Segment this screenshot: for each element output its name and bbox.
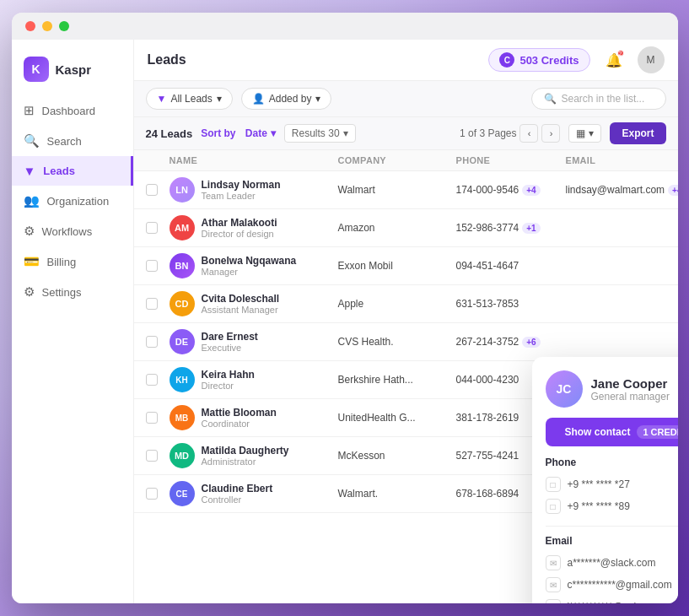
show-contact-button[interactable]: Show contact 1 CREDIT © <box>546 418 678 446</box>
person-icon: 👤 <box>252 93 265 105</box>
table-row[interactable]: LN Lindsay Norman Team Leader Walmart 17… <box>134 171 678 209</box>
sidebar-item-workflows[interactable]: ⚙ Workflows <box>12 216 133 246</box>
sort-chevron-icon: ▾ <box>271 127 276 139</box>
email-icon: ✉ <box>546 599 561 603</box>
avatar: CE <box>170 481 195 506</box>
search-box[interactable]: 🔍 Search in the list... <box>531 88 666 110</box>
phone-cell: 267-214-3752 +6 <box>456 336 566 348</box>
person-name: Athar Malakooti <box>202 217 277 229</box>
sidebar-item-search[interactable]: 🔍 Search <box>12 126 133 156</box>
leads-count: 24 Leads <box>146 127 193 140</box>
sidebar-item-organization[interactable]: 👥 Organization <box>12 186 133 216</box>
company-cell: Berkshire Hath... <box>338 374 456 386</box>
popup-email-item: ✉ j***********@yahoo.com <box>546 596 678 603</box>
kaspr-logo-icon: K <box>24 57 49 82</box>
avatar: LN <box>170 177 195 203</box>
credits-icon: C <box>499 52 514 68</box>
added-by-label: Added by <box>269 93 312 105</box>
sidebar-item-billing[interactable]: 💳 Billing <box>12 246 133 277</box>
pages-nav: 1 of 3 Pages ‹ › <box>460 124 560 143</box>
table-row[interactable]: DE Dare Ernest Executive CVS Health. 267… <box>134 323 678 361</box>
sort-field: Date <box>245 127 267 139</box>
notifications-button[interactable]: 🔔 2 <box>600 46 627 73</box>
email-cell: lindsay@walmart.com +4 <box>566 184 678 196</box>
table-row[interactable]: AM Athar Malakooti Director of design Am… <box>134 209 678 247</box>
company-cell: McKesson <box>338 450 456 462</box>
grid-view-icon: ▦ <box>576 127 585 139</box>
person-name: Cvita Doleschall <box>202 293 280 305</box>
credits-badge[interactable]: C 503 Credits <box>488 48 589 72</box>
table-row[interactable]: CD Cvita Doleschall Assistant Manager Ap… <box>134 285 678 323</box>
person-role: Controller <box>202 494 273 505</box>
prev-page-button[interactable]: ‹ <box>519 124 538 143</box>
person-role: Director of design <box>202 229 277 239</box>
search-icon: 🔍 <box>24 133 40 149</box>
person-role: Director <box>202 381 255 391</box>
traffic-light-red[interactable] <box>25 21 35 31</box>
traffic-light-yellow[interactable] <box>42 21 52 31</box>
app-window: K Kaspr ⊞ Dashboard 🔍 Search ▼ Leads 👥 O… <box>12 13 678 603</box>
sort-prefix: Sort by <box>201 127 235 139</box>
company-cell: Exxon Mobil <box>338 260 456 272</box>
credit-label: 1 CREDIT <box>643 427 677 437</box>
all-leads-filter[interactable]: ▼ All Leads ▾ <box>146 88 233 110</box>
credits-label: 503 Credits <box>519 54 579 67</box>
row-checkbox[interactable] <box>146 222 158 234</box>
company-cell: Amazon <box>338 222 456 234</box>
popup-avatar: JC <box>546 370 583 408</box>
added-by-chevron-icon: ▾ <box>315 93 320 105</box>
popup-role: General manager <box>591 391 670 403</box>
company-cell: CVS Health. <box>338 336 456 348</box>
sort-button[interactable]: Sort by Date ▾ <box>201 127 276 139</box>
all-leads-label: All Leads <box>170 93 212 105</box>
phone-cell: 631-513-7853 <box>456 298 566 310</box>
popup-name: Jane Cooper <box>591 376 670 391</box>
sidebar-label-billing: Billing <box>47 256 77 268</box>
row-checkbox[interactable] <box>146 374 158 386</box>
workflow-icon: ⚙ <box>24 224 35 239</box>
phone-section-title: Phone <box>546 457 678 468</box>
row-checkbox[interactable] <box>146 260 158 272</box>
avatar: BN <box>170 253 195 278</box>
row-checkbox[interactable] <box>146 450 158 462</box>
sidebar-item-dashboard[interactable]: ⊞ Dashboard <box>12 95 133 126</box>
added-by-filter[interactable]: 👤 Added by ▾ <box>241 88 332 110</box>
phone-icon: □ <box>546 477 561 492</box>
user-avatar[interactable]: M <box>638 46 665 73</box>
next-page-button[interactable]: › <box>541 124 560 143</box>
row-checkbox[interactable] <box>146 412 158 424</box>
phone-cell: 094-451-4647 <box>456 260 566 272</box>
results-chevron-icon: ▾ <box>343 127 348 139</box>
notification-dot: 2 <box>617 50 624 57</box>
table-row[interactable]: BN Bonelwa Ngqawana Manager Exxon Mobil … <box>134 247 678 285</box>
sidebar-item-leads[interactable]: ▼ Leads <box>12 156 133 186</box>
export-button[interactable]: Export <box>610 122 665 144</box>
person-role: Manager <box>202 267 297 277</box>
sidebar-item-settings[interactable]: ⚙ Settings <box>12 277 133 307</box>
sidebar-label-search: Search <box>47 135 82 148</box>
popup-phone-item: □ +9 *** **** *27 <box>546 473 678 495</box>
results-button[interactable]: Results 30 ▾ <box>284 124 356 143</box>
row-checkbox[interactable] <box>146 184 158 196</box>
person-cell: LN Lindsay Norman Team Leader <box>170 177 338 203</box>
main-content: Leads C 503 Credits 🔔 2 M ▼ All Leads ▾ <box>134 40 678 603</box>
row-checkbox[interactable] <box>146 488 158 500</box>
phone-header: PHONE <box>456 155 566 165</box>
search-icon-box: 🔍 <box>544 93 557 105</box>
search-placeholder: Search in the list... <box>562 93 645 105</box>
row-checkbox[interactable] <box>146 336 158 348</box>
person-cell: CD Cvita Doleschall Assistant Manager <box>170 291 338 316</box>
leads-subbar: 24 Leads Sort by Date ▾ Results 30 ▾ 1 o… <box>134 117 678 150</box>
company-cell: Walmart <box>338 184 456 196</box>
person-cell: MB Mattie Blooman Coordinator <box>170 405 338 430</box>
billing-icon: 💳 <box>24 254 40 269</box>
phone-cell: 174-000-9546 +4 <box>456 184 566 196</box>
sidebar-logo: K Kaspr <box>12 50 133 95</box>
row-checkbox[interactable] <box>146 298 158 310</box>
popup-phone-item: □ +9 *** **** *89 <box>546 495 678 517</box>
traffic-light-green[interactable] <box>59 21 69 31</box>
view-toggle[interactable]: ▦ ▾ <box>568 124 601 143</box>
phone-value-2: +9 *** **** *89 <box>568 500 630 512</box>
company-cell: Walmart. <box>338 488 456 500</box>
email-value-3: j***********@yahoo.com <box>568 601 673 603</box>
